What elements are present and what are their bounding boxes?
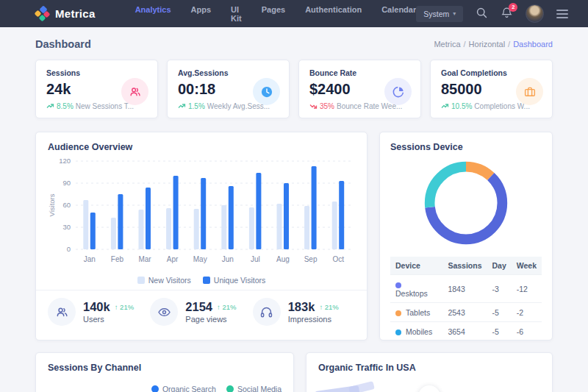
eye-icon bbox=[150, 298, 178, 326]
legend-item-unique-visitors: Unique Visitors bbox=[203, 276, 265, 285]
device-dot-icon bbox=[395, 329, 401, 335]
cell-week: -12 bbox=[512, 275, 542, 303]
audience-bar-chart: 0306090120VisitorsJanFebMarAprMayJunJulA… bbox=[48, 155, 356, 274]
kpi-impressions: 183k↑ 21%Impressions bbox=[253, 298, 355, 326]
search-button[interactable] bbox=[476, 7, 488, 21]
stat-card-desc: Completions W... bbox=[474, 102, 530, 110]
svg-text:60: 60 bbox=[62, 201, 71, 209]
main-nav: AnalyticsAppsUI KitPagesAuthenticationCa… bbox=[135, 5, 417, 23]
sessions-device-card: Sessions Device DeviceSassionsDayWeek De… bbox=[379, 132, 553, 341]
breadcrumb-item-dashboard[interactable]: Dashboard bbox=[513, 40, 553, 49]
map-zoom-in-button[interactable]: + bbox=[418, 385, 440, 392]
svg-text:May: May bbox=[193, 255, 207, 263]
brand-name: Metrica bbox=[55, 7, 96, 20]
sessions-by-channel-title: Sessions By Channel bbox=[48, 363, 282, 373]
svg-text:120: 120 bbox=[59, 157, 71, 165]
cell-device: Tablets bbox=[390, 303, 442, 322]
legend-dot-icon bbox=[151, 385, 159, 392]
nav-item-authentication[interactable]: Authentication bbox=[305, 5, 362, 23]
svg-text:Apr: Apr bbox=[167, 255, 179, 263]
svg-text:0: 0 bbox=[67, 245, 71, 253]
cell-week: -6 bbox=[512, 322, 542, 341]
system-dropdown[interactable]: System ▾ bbox=[416, 6, 463, 22]
device-table-header-week: Week bbox=[512, 257, 542, 275]
cell-device: Desktops bbox=[390, 275, 442, 303]
nav-item-analytics[interactable]: Analytics bbox=[135, 5, 171, 23]
stat-card-label: Bounce Rate bbox=[309, 68, 410, 77]
table-row-tablets: Tablets2543-5-2 bbox=[390, 303, 542, 322]
kpi-value-row: 2154↑ 21% bbox=[185, 300, 236, 314]
cell-week: -2 bbox=[512, 303, 542, 322]
organic-traffic-title: Organic Traffic In USA bbox=[318, 363, 540, 373]
device-dot-icon bbox=[395, 310, 401, 316]
legend-label: Social Media bbox=[237, 385, 282, 392]
top-navbar: Metrica AnalyticsAppsUI KitPagesAuthenti… bbox=[0, 0, 588, 27]
kpi-delta: ↑ 21% bbox=[115, 303, 134, 311]
cell-sassions: 1843 bbox=[442, 275, 487, 303]
cell-day: -3 bbox=[487, 275, 511, 303]
device-table-header-sassions: Sassions bbox=[442, 257, 487, 275]
brand-logo[interactable]: Metrica bbox=[35, 7, 96, 21]
sessions-device-title: Sessions Device bbox=[390, 142, 542, 152]
kpi-value: 2154 bbox=[185, 300, 212, 314]
kpi-delta: ↑ 21% bbox=[319, 303, 338, 311]
trend-up-icon: 8.5% bbox=[46, 102, 74, 110]
channel-legend-social-media: Social Media bbox=[226, 385, 282, 392]
cell-day: -5 bbox=[487, 303, 511, 322]
stat-card-goal-completions: Goal Completions8500010.5%Completions W.… bbox=[430, 60, 553, 118]
kpi-users: 140k↑ 21%Users bbox=[48, 298, 150, 326]
channel-legend: Organic SearchSocial Media bbox=[48, 385, 282, 392]
cell-day: -5 bbox=[487, 322, 511, 341]
device-table-header-device: Device bbox=[390, 257, 442, 275]
svg-text:30: 30 bbox=[62, 223, 71, 231]
kpi-text: 2154↑ 21%Page views bbox=[185, 300, 236, 324]
nav-item-calendar[interactable]: Calendar bbox=[381, 5, 416, 23]
nav-item-apps[interactable]: Apps bbox=[191, 5, 212, 23]
breadcrumb-item-metrica[interactable]: Metrica bbox=[434, 40, 460, 49]
svg-text:Jan: Jan bbox=[84, 255, 96, 263]
kpi-text: 140k↑ 21%Users bbox=[83, 300, 134, 324]
notifications-button[interactable]: 2 bbox=[501, 7, 513, 21]
svg-text:Jun: Jun bbox=[222, 255, 234, 263]
cell-device: Mobiles bbox=[390, 322, 442, 341]
search-icon bbox=[476, 7, 488, 21]
legend-swatch bbox=[137, 277, 145, 284]
headphones-icon bbox=[253, 298, 281, 326]
nav-item-ui-kit[interactable]: UI Kit bbox=[231, 5, 242, 23]
user-avatar[interactable] bbox=[526, 4, 544, 23]
stat-card-label: Sessions bbox=[46, 68, 147, 77]
kpi-value-row: 183k↑ 21% bbox=[288, 300, 339, 314]
svg-text:Mar: Mar bbox=[138, 255, 151, 263]
breadcrumb: Metrica/Horizontal/Dashboard bbox=[434, 40, 553, 49]
menu-toggle-button[interactable] bbox=[556, 10, 568, 18]
trend-up-icon: 10.5% bbox=[441, 102, 472, 110]
kpi-text: 183k↑ 21%Impressions bbox=[288, 300, 339, 324]
trend-up-icon: 1.5% bbox=[178, 102, 205, 110]
users-icon bbox=[48, 298, 76, 326]
legend-label: Organic Search bbox=[162, 385, 216, 392]
kpi-label: Page views bbox=[185, 315, 236, 324]
cell-sassions: 3654 bbox=[442, 322, 487, 341]
stat-card-label: Avg.Sessions bbox=[178, 68, 279, 77]
audience-overview-title: Audience Overview bbox=[48, 142, 355, 152]
chevron-down-icon: ▾ bbox=[453, 10, 456, 17]
nav-item-pages[interactable]: Pages bbox=[262, 5, 285, 23]
pie-icon bbox=[384, 78, 412, 105]
briefcase-icon bbox=[516, 78, 543, 105]
organic-traffic-card: Organic Traffic In USA + bbox=[306, 352, 553, 392]
kpi-label: Impressions bbox=[288, 315, 339, 324]
table-row-mobiles: Mobiles3654-5-6 bbox=[390, 322, 542, 341]
svg-text:Sep: Sep bbox=[304, 255, 318, 263]
system-dropdown-label: System bbox=[423, 10, 449, 18]
legend-label: Unique Visitors bbox=[214, 276, 265, 285]
kpi-value: 140k bbox=[83, 300, 110, 314]
trend-down-icon: 35% bbox=[309, 102, 334, 110]
legend-swatch bbox=[203, 277, 210, 284]
stat-card-sessions: Sessions24k8.5%New Sessions T... bbox=[35, 60, 158, 118]
breadcrumb-item-horizontal[interactable]: Horizontal bbox=[469, 40, 506, 49]
channel-legend-organic-search: Organic Search bbox=[151, 385, 216, 392]
stat-card-desc: New Sessions T... bbox=[76, 102, 134, 110]
kpi-value-row: 140k↑ 21% bbox=[83, 300, 134, 314]
legend-item-new-visitors: New Visitors bbox=[137, 276, 191, 285]
sessions-device-donut-chart bbox=[420, 157, 512, 249]
